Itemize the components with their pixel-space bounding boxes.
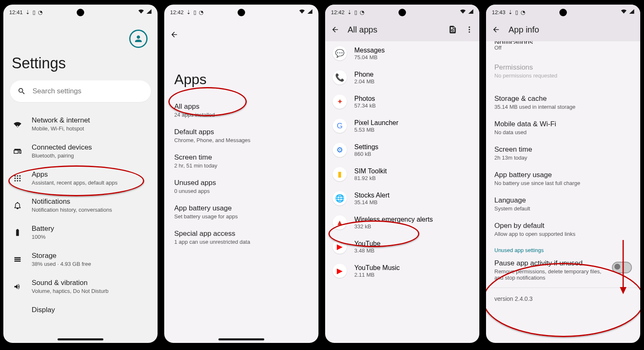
app-name: Phone [354, 71, 374, 78]
app-icon: ▲ [333, 215, 347, 230]
search-in-page-icon[interactable] [449, 25, 457, 34]
svg-point-10 [469, 27, 470, 28]
item-battery[interactable]: Battery100% [3, 219, 158, 246]
app-size: 75.04 MB [354, 54, 385, 60]
sd-icon: ▯ [193, 9, 196, 15]
app-size: 5.53 MB [354, 127, 398, 133]
app-row-pixel-launcher[interactable]: GPixel Launcher5.53 MB [325, 114, 479, 138]
item-sub: No data used [494, 129, 632, 135]
header-row: App info [486, 18, 640, 41]
app-row-youtube[interactable]: ▶YouTube3.48 MB [325, 235, 479, 259]
page-title: All apps [348, 25, 440, 35]
app-row-wireless-emergency-alerts[interactable]: ▲Wireless emergency alerts332 kB [325, 210, 479, 235]
item-sub: 1 app can use unrestricted data [174, 239, 308, 245]
item-storage[interactable]: Storage38% used · 4.93 GB free [3, 246, 158, 273]
wifi-icon [621, 9, 626, 15]
item-storage[interactable]: Storage & cache 35.14 MB used in interna… [486, 90, 640, 115]
item-apps[interactable]: AppsAssistant, recent apps, default apps [3, 165, 158, 192]
item-title: Unused apps [174, 179, 308, 187]
app-row-photos[interactable]: ✦Photos57.34 kB [325, 90, 479, 114]
page-title: Apps [164, 46, 318, 98]
app-row-settings[interactable]: ⚙Settings860 kB [325, 138, 479, 162]
svg-point-1 [17, 175, 18, 176]
header-row: All apps [325, 18, 479, 41]
item-sub: System default [494, 205, 632, 212]
overflow-menu-icon[interactable] [465, 25, 474, 34]
app-row-youtube-music[interactable]: ▶YouTube Music2.11 MB [325, 259, 479, 283]
toggle-pause-activity[interactable]: Pause app activity if unused Remove perm… [486, 255, 640, 285]
app-name: YouTube [354, 240, 381, 248]
item-app-battery[interactable]: App battery usage No battery use since l… [486, 166, 640, 191]
item-sub: Volume, haptics, Do Not Disturb [32, 288, 149, 294]
item-notifications-partial[interactable]: Notifications Off [486, 41, 640, 51]
item-battery-usage[interactable]: App battery usageSet battery usage for a… [164, 199, 318, 225]
app-size: 35.14 MB [354, 199, 389, 205]
phone-apps: 12:42 ⇣ ▯ ◔ Apps All apps24 apps install… [162, 2, 321, 345]
app-row-stocks-alert[interactable]: 🌐Stocks Alert35.14 MB [325, 186, 479, 210]
item-sub: Assistant, recent apps, default apps [32, 180, 149, 186]
camera-hole [77, 9, 84, 16]
item-open-default[interactable]: Open by default Allow app to open suppor… [486, 217, 640, 242]
app-icon: 💬 [333, 46, 347, 60]
item-language[interactable]: Language System default [486, 191, 640, 217]
divider [486, 288, 640, 288]
app-icon: ▮ [333, 167, 347, 181]
app-row-phone[interactable]: 📞Phone2.04 MB [325, 65, 479, 90]
item-unused-apps[interactable]: Unused apps0 unused apps [164, 174, 318, 199]
nav-pill[interactable] [58, 338, 103, 340]
item-all-apps[interactable]: All apps24 apps installed [164, 98, 318, 123]
clock: 12:41 [9, 9, 23, 15]
apps-grid-icon [13, 174, 22, 182]
back-arrow-icon[interactable] [170, 30, 178, 39]
back-arrow-icon[interactable] [492, 25, 500, 34]
app-version: version 2.4.0.3 [486, 290, 640, 307]
svg-point-3 [15, 178, 16, 179]
item-title: Open by default [494, 222, 632, 230]
download-icon: ⇣ [186, 9, 191, 15]
search-input[interactable] [32, 87, 143, 96]
app-size: 81.92 kB [354, 175, 387, 181]
item-screen-time[interactable]: Screen time 2h 13m today [486, 140, 640, 166]
download-icon: ⇣ [25, 9, 30, 15]
item-sub: Notification history, conversations [32, 207, 149, 213]
app-row-sim-toolkit[interactable]: ▮SIM Toolkit81.92 kB [325, 162, 479, 186]
nav-pill[interactable] [218, 338, 264, 340]
item-notifications[interactable]: NotificationsNotification history, conve… [3, 192, 158, 219]
item-sub: Off [494, 45, 632, 51]
item-special-access[interactable]: Special app access1 app can use unrestri… [164, 225, 318, 250]
item-title: Language [494, 196, 632, 205]
back-arrow-icon[interactable] [331, 25, 339, 34]
item-permissions: Permissions No permissions requested [486, 58, 640, 84]
search-icon [18, 87, 26, 95]
app-row-messages[interactable]: 💬Messages75.04 MB [325, 41, 479, 65]
svg-point-4 [17, 178, 18, 179]
camera-hole [398, 9, 406, 16]
item-title: Notifications [494, 41, 632, 44]
app-size: 3.48 MB [354, 248, 381, 254]
svg-point-9 [451, 30, 453, 31]
app-icon: G [333, 119, 347, 133]
item-title: Screen time [494, 145, 632, 154]
item-mobile-data[interactable]: Mobile data & Wi-Fi No data used [486, 115, 640, 140]
search-bar[interactable] [10, 80, 151, 102]
item-network[interactable]: Network & internetMobile, Wi-Fi, hotspot [3, 110, 158, 138]
app-name: Photos [354, 95, 376, 102]
item-title: Mobile data & Wi-Fi [494, 120, 632, 128]
clock: 12:42 [331, 9, 345, 15]
app-size: 332 kB [354, 223, 433, 230]
switch-off[interactable] [612, 262, 632, 273]
toggle-sub: Remove permissions, delete temporary fil… [494, 268, 606, 281]
svg-point-2 [19, 175, 20, 176]
item-screen-time[interactable]: Screen time2 hr, 51 min today [164, 148, 318, 174]
download-icon: ⇣ [347, 9, 352, 15]
app-name: Messages [354, 47, 385, 54]
profile-button[interactable] [129, 30, 148, 48]
toggle-title: Pause app activity if unused [494, 259, 606, 268]
item-display[interactable]: Display [3, 300, 158, 314]
camera-hole [559, 9, 567, 16]
storage-icon [13, 255, 22, 264]
item-sound[interactable]: Sound & vibrationVolume, haptics, Do Not… [3, 273, 158, 300]
item-connected-devices[interactable]: Connected devicesBluetooth, pairing [3, 138, 158, 165]
svg-point-5 [19, 178, 20, 179]
item-default-apps[interactable]: Default appsChrome, Phone, and Messages [164, 123, 318, 148]
